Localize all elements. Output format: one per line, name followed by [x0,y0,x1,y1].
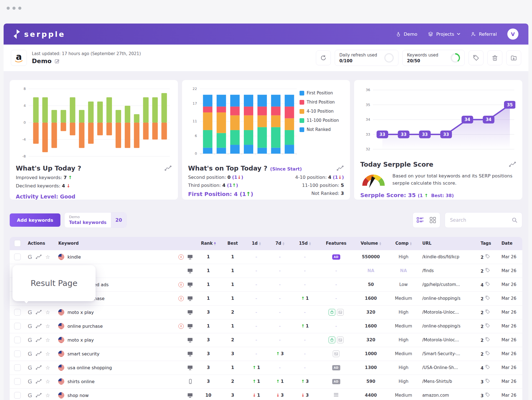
keyword-text[interactable]: moto x play [67,337,94,343]
keyword-text[interactable]: online purchase [67,324,103,329]
url-value[interactable]: /USA-Online-Sh... [422,365,458,370]
desktop-icon[interactable] [187,309,193,315]
column-header-d15[interactable]: 15d▲▼ [292,237,318,250]
refresh-button[interactable] [316,50,331,65]
sparkline-icon[interactable] [509,162,516,167]
tag-icon[interactable] [485,337,490,342]
keyword-chart-icon[interactable] [36,310,42,315]
keyword-text[interactable]: shirts online [67,379,94,384]
move-to-folder-button[interactable] [506,50,521,65]
row-checkbox[interactable] [14,392,21,399]
tag-icon[interactable] [485,254,490,259]
google-icon[interactable]: G [28,392,32,399]
desktop-icon[interactable] [187,323,193,329]
column-header-volume[interactable]: Volume▲▼ [354,237,387,250]
window-dot[interactable] [7,7,10,10]
select-all-checkbox-header[interactable] [10,237,25,250]
star-icon[interactable]: ☆ [45,365,50,371]
column-header-comp[interactable]: Comp▲▼ [388,237,420,250]
row-checkbox[interactable] [14,323,21,329]
user-avatar[interactable]: V [507,29,518,40]
row-checkbox[interactable] [14,378,21,385]
nav-item-referral[interactable]: Referral [471,32,497,37]
keyword-chart-icon[interactable] [36,337,42,342]
desktop-icon[interactable] [187,254,193,260]
tag-icon[interactable] [485,282,490,287]
desktop-icon[interactable] [187,337,193,343]
tag-icon[interactable] [485,365,490,370]
keyword-chart-icon[interactable] [36,254,42,259]
keyword-chart-icon[interactable] [36,351,42,356]
info-icon[interactable]: i [178,296,184,301]
desktop-icon[interactable] [187,268,193,274]
row-checkbox[interactable] [14,364,21,371]
google-icon[interactable]: G [28,323,32,329]
nav-item-demo[interactable]: Demo [396,32,417,37]
tag-icon[interactable] [485,323,490,328]
keyword-chart-icon[interactable] [36,379,42,384]
url-value[interactable]: /online-shopping/s [422,296,461,301]
star-icon[interactable]: ☆ [45,351,50,357]
keyword-chart-icon[interactable] [36,324,42,329]
mobile-icon[interactable] [188,378,193,384]
google-icon[interactable]: G [28,309,32,316]
sort-icon[interactable]: ▲▼ [379,242,381,246]
desktop-icon[interactable] [187,392,193,398]
url-value[interactable]: amazon.com [422,393,449,398]
sort-icon[interactable]: ▲▼ [283,242,284,246]
select-all-checkbox[interactable] [14,240,21,247]
url-value[interactable]: /online-shopping/s [422,324,461,329]
info-icon[interactable]: i [178,282,184,287]
sparkline-icon[interactable] [337,166,344,171]
google-icon[interactable]: G [28,350,32,357]
nav-item-projects[interactable]: Projects [428,31,460,37]
star-icon[interactable]: ☆ [45,254,50,260]
tag-icon[interactable] [485,309,490,314]
desktop-icon[interactable] [187,282,193,288]
url-value[interactable]: /Motorola-Unloc... [422,337,459,342]
keyword-chart-icon[interactable] [36,393,42,398]
star-icon[interactable]: ☆ [45,323,50,329]
url-value[interactable]: /gp/help/custom... [422,282,460,287]
keyword-chart-icon[interactable] [36,365,42,370]
desktop-icon[interactable] [187,365,193,371]
sort-icon[interactable]: ▲▼ [259,242,261,246]
star-icon[interactable]: ☆ [45,392,50,398]
url-value[interactable]: /Motorola-Unloc... [422,310,459,315]
desktop-icon[interactable] [187,295,193,301]
search-icon[interactable] [511,217,518,223]
window-dot[interactable] [18,7,21,10]
star-icon[interactable]: ☆ [45,337,50,343]
star-icon[interactable]: ☆ [45,309,50,315]
star-icon[interactable]: ☆ [45,378,50,384]
sort-icon[interactable]: ▲▼ [214,242,216,246]
tag-icon[interactable] [485,378,490,383]
tags-button[interactable] [469,50,484,65]
grid-view-icon[interactable] [429,217,436,223]
info-icon[interactable]: i [178,324,184,329]
keyword-text[interactable]: moto x play [67,310,94,315]
keyword-text[interactable]: usa online shopping [67,365,112,370]
delete-button[interactable] [487,50,502,65]
keyword-text[interactable]: smart security [67,351,99,357]
google-icon[interactable]: G [28,364,32,371]
tag-icon[interactable] [485,392,490,397]
search-input[interactable] [449,217,511,223]
tag-icon[interactable] [485,268,490,273]
list-view-icon[interactable] [417,217,424,223]
add-keywords-button[interactable]: Add keywords [10,213,60,227]
tag-icon[interactable] [485,295,490,300]
window-dot[interactable] [12,7,16,10]
keyword-text[interactable]: shop now [67,393,89,398]
column-header-rank[interactable]: Rank▲▼ [196,237,221,250]
sort-icon[interactable]: ▲▼ [410,242,412,246]
row-checkbox[interactable] [14,337,21,343]
url-value[interactable]: /Smart-Security-... [422,351,460,356]
sparkline-icon[interactable] [165,166,172,171]
desktop-icon[interactable] [187,351,193,357]
google-icon[interactable]: G [28,378,32,385]
google-icon[interactable]: G [28,337,32,343]
column-header-d7[interactable]: 7d▲▼ [268,237,291,250]
row-checkbox[interactable] [14,309,21,316]
column-header-d1[interactable]: 1d▲▼ [244,237,268,250]
